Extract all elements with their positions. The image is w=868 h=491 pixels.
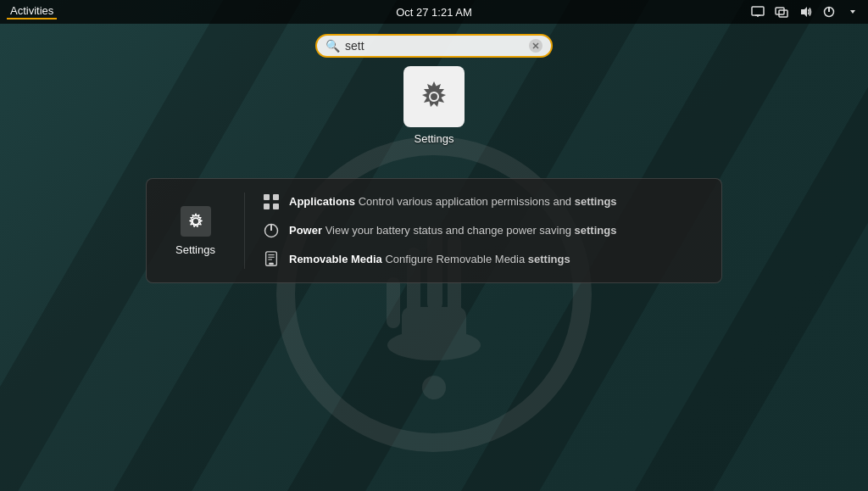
svg-rect-11 — [776, 8, 784, 14]
results-left-section: Settings — [160, 192, 245, 269]
dropdown-arrow-icon[interactable] — [844, 3, 861, 20]
svg-rect-5 — [387, 277, 400, 328]
svg-rect-24 — [273, 194, 279, 200]
window-icon[interactable] — [773, 3, 790, 20]
screen-icon[interactable] — [749, 3, 766, 20]
result-media-desc: Configure Removable Media settings — [385, 253, 570, 265]
results-panel: Settings Applications Control various ap… — [146, 178, 722, 283]
search-input[interactable] — [345, 39, 529, 53]
result-media-text: Removable Media Configure Removable Medi… — [289, 252, 570, 267]
result-item-removable-media[interactable]: Removable Media Configure Removable Medi… — [262, 250, 708, 269]
svg-rect-6 — [402, 307, 466, 349]
topbar-center: Oct 27 1:21 AM — [396, 6, 472, 19]
svg-point-21 — [431, 93, 437, 100]
topbar: Activities Oct 27 1:21 AM — [0, 0, 868, 24]
topbar-right — [749, 3, 861, 20]
power-circle-icon — [262, 221, 281, 240]
removable-media-icon — [262, 250, 281, 269]
svg-rect-8 — [752, 7, 764, 15]
result-item-power[interactable]: Power View your battery status and chang… — [262, 221, 708, 240]
topbar-left: Activities — [7, 4, 57, 20]
power-menu-icon[interactable] — [821, 3, 837, 20]
result-media-title: Removable Media — [289, 253, 382, 265]
svg-rect-30 — [269, 263, 273, 265]
svg-marker-13 — [801, 7, 807, 17]
svg-rect-25 — [264, 204, 270, 209]
datetime-display: Oct 27 1:21 AM — [396, 6, 472, 19]
search-container: 🔍 — [315, 34, 553, 58]
svg-rect-26 — [273, 204, 279, 209]
result-item-applications[interactable]: Applications Control various application… — [262, 192, 708, 211]
results-right-section: Applications Control various application… — [262, 192, 708, 269]
search-clear-button[interactable] — [529, 39, 542, 53]
result-applications-text: Applications Control various application… — [289, 194, 617, 209]
settings-app-icon[interactable] — [403, 66, 465, 127]
activities-button[interactable]: Activities — [7, 4, 57, 20]
svg-marker-16 — [850, 10, 855, 14]
results-left-label: Settings — [175, 243, 215, 256]
volume-icon[interactable] — [797, 3, 814, 20]
svg-rect-23 — [264, 194, 270, 200]
result-power-desc: View your battery status and change powe… — [326, 224, 617, 237]
featured-app-container: Settings — [396, 66, 472, 145]
svg-rect-12 — [779, 10, 787, 17]
result-applications-title: Applications — [289, 195, 355, 208]
search-icon: 🔍 — [326, 39, 340, 53]
result-applications-desc: Control various application permissions … — [359, 195, 617, 208]
results-settings-icon — [181, 206, 211, 237]
settings-app-label: Settings — [415, 132, 454, 145]
result-power-title: Power — [289, 224, 322, 237]
svg-point-7 — [422, 376, 446, 399]
search-bar: 🔍 — [315, 34, 553, 58]
applications-grid-icon — [262, 192, 281, 211]
result-power-text: Power View your battery status and chang… — [289, 223, 616, 238]
